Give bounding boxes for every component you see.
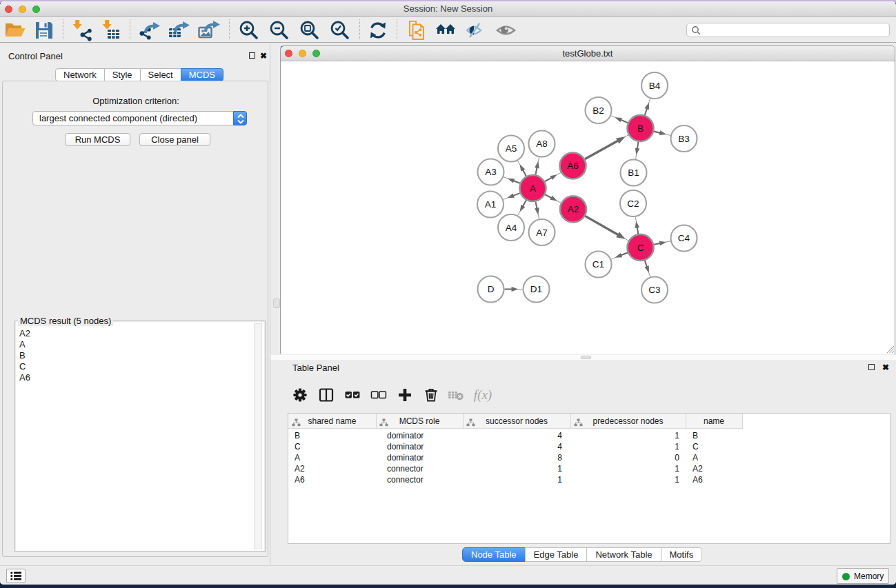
table-cell[interactable]: A6 xyxy=(686,474,741,485)
close-panel-icon[interactable]: ✖ xyxy=(260,52,267,59)
column-header-predecessor-nodes[interactable]: predecessor nodes xyxy=(570,414,686,429)
hide-selected-icon[interactable] xyxy=(464,18,488,43)
table-cell[interactable]: dominator xyxy=(377,441,462,452)
graph-node-C2[interactable]: C2 xyxy=(620,190,646,216)
table-cell[interactable]: 1 xyxy=(571,441,685,452)
optimization-criterion-dropdown[interactable]: largest connected component (directed) xyxy=(32,111,247,125)
float-panel-icon[interactable] xyxy=(249,52,255,59)
table-cell[interactable]: A6 xyxy=(289,474,375,485)
table-cell[interactable]: connector xyxy=(377,463,462,474)
mcds-result-list[interactable]: A2ABCA6 xyxy=(16,322,264,551)
refresh-icon[interactable] xyxy=(366,18,390,43)
table-cell[interactable]: 1 xyxy=(464,463,570,474)
network-window-titlebar[interactable]: testGlobe.txt xyxy=(281,46,895,61)
tab-motifs[interactable]: Motifs xyxy=(661,547,703,562)
graph-edge-A-A8[interactable] xyxy=(535,157,539,174)
table-cell[interactable]: C xyxy=(289,441,375,452)
graph-edge-A-A6[interactable] xyxy=(545,172,561,181)
tab-select[interactable]: Select xyxy=(140,68,181,81)
tab-network-table[interactable]: Network Table xyxy=(586,547,661,562)
table-cell[interactable]: dominator xyxy=(377,452,462,463)
table-cell[interactable]: A xyxy=(289,452,375,463)
zoom-out-icon[interactable] xyxy=(267,18,292,43)
duplicate-network-icon[interactable] xyxy=(404,18,429,43)
table-cell[interactable]: dominator xyxy=(377,430,462,441)
graph-node-A4[interactable]: A4 xyxy=(498,214,524,241)
graph-node-B1[interactable]: B1 xyxy=(621,160,647,186)
graph-edge-A-A7[interactable] xyxy=(535,202,539,219)
network-graph[interactable]: AA1A2A3A4A5A6A7A8BB1B2B3B4CC1C2C3C4DD1 xyxy=(281,62,895,354)
table-cell[interactable]: A2 xyxy=(289,463,375,474)
graph-node-C1[interactable]: C1 xyxy=(586,252,612,278)
table-float-panel-icon[interactable] xyxy=(868,364,875,370)
mcds-result-item[interactable]: B xyxy=(19,350,26,361)
graph-node-C3[interactable]: C3 xyxy=(641,277,668,303)
export-table-icon[interactable] xyxy=(166,18,191,43)
add-column-icon[interactable] xyxy=(393,385,417,405)
export-image-icon[interactable] xyxy=(196,18,221,43)
graph-node-B[interactable]: B xyxy=(628,115,654,141)
table-cell[interactable]: connector xyxy=(377,474,462,485)
graph-edge-A-A2[interactable] xyxy=(545,194,561,203)
select-all-icon[interactable] xyxy=(341,385,364,405)
graph-edge-B-B4[interactable] xyxy=(644,99,650,115)
graph-node-A6[interactable]: A6 xyxy=(560,153,586,179)
app-titlebar[interactable]: Session: New Session xyxy=(0,1,896,17)
graph-node-A8[interactable]: A8 xyxy=(529,131,555,157)
import-table-icon[interactable] xyxy=(100,18,125,43)
column-header-name[interactable]: name xyxy=(686,414,742,429)
graph-edge-A-A4[interactable] xyxy=(518,201,526,216)
graph-edge-B-B3[interactable] xyxy=(654,130,670,135)
table-cell[interactable]: 1 xyxy=(571,474,685,485)
table-cell[interactable]: A xyxy=(686,452,741,463)
graph-edge-C-C4[interactable] xyxy=(654,241,670,246)
table-cell[interactable]: 0 xyxy=(571,452,685,463)
graph-node-A2[interactable]: A2 xyxy=(560,196,586,223)
memory-button[interactable]: Memory xyxy=(837,568,889,584)
import-network-icon[interactable] xyxy=(70,18,95,43)
tab-mcds[interactable]: MCDS xyxy=(181,68,223,81)
mcds-result-scrollbar[interactable] xyxy=(254,323,262,549)
graph-edge-B-B1[interactable] xyxy=(635,142,640,159)
search-input[interactable] xyxy=(704,24,886,36)
graph-edge-A6-B[interactable] xyxy=(585,135,628,159)
column-header-shared-name[interactable]: shared name xyxy=(288,414,376,429)
graph-node-C4[interactable]: C4 xyxy=(671,225,697,252)
graph-node-D1[interactable]: D1 xyxy=(524,276,550,303)
graph-node-D[interactable]: D xyxy=(478,276,504,303)
task-history-button[interactable] xyxy=(6,569,26,583)
table-cell[interactable]: 1 xyxy=(571,430,685,441)
show-column-icon[interactable] xyxy=(315,385,338,405)
table-settings-icon[interactable] xyxy=(288,385,312,405)
table-cell[interactable]: 4 xyxy=(464,430,570,441)
table-cell[interactable]: 8 xyxy=(464,452,570,463)
tab-network[interactable]: Network xyxy=(55,68,105,81)
table-cell[interactable]: 1 xyxy=(571,463,685,474)
graph-edge-A-A3[interactable] xyxy=(504,177,520,183)
show-all-networks-icon[interactable] xyxy=(434,18,459,43)
deselect-all-icon[interactable] xyxy=(367,385,390,405)
mcds-result-item[interactable]: A2 xyxy=(19,328,30,339)
horizontal-splitter-grip[interactable] xyxy=(581,356,591,359)
open-file-icon[interactable] xyxy=(2,18,27,43)
zoom-in-icon[interactable] xyxy=(237,18,261,43)
zoom-fit-icon[interactable] xyxy=(297,18,322,43)
tab-style[interactable]: Style xyxy=(104,68,141,81)
network-canvas[interactable]: AA1A2A3A4A5A6A7A8BB1B2B3B4CC1C2C3C4DD1 xyxy=(281,62,895,354)
show-selected-icon[interactable] xyxy=(495,18,519,43)
tab-edge-table[interactable]: Edge Table xyxy=(525,547,588,562)
zoom-selected-icon[interactable] xyxy=(328,18,352,43)
horizontal-splitter[interactable] xyxy=(271,355,896,360)
graph-node-C[interactable]: C xyxy=(628,234,654,261)
panel-splitter-grip[interactable] xyxy=(273,298,280,308)
graph-edge-C-C1[interactable] xyxy=(611,252,628,259)
table-cell[interactable]: C xyxy=(686,441,741,452)
graph-edge-C-C2[interactable] xyxy=(635,217,639,234)
graph-node-A1[interactable]: A1 xyxy=(477,192,504,218)
graph-node-B2[interactable]: B2 xyxy=(586,97,612,123)
table-cell[interactable]: B xyxy=(289,430,375,441)
tab-node-table[interactable]: Node Table xyxy=(462,547,526,562)
table-cell[interactable]: A2 xyxy=(686,463,741,474)
graph-node-A7[interactable]: A7 xyxy=(529,219,555,245)
close-panel-button[interactable]: Close panel xyxy=(139,133,210,146)
